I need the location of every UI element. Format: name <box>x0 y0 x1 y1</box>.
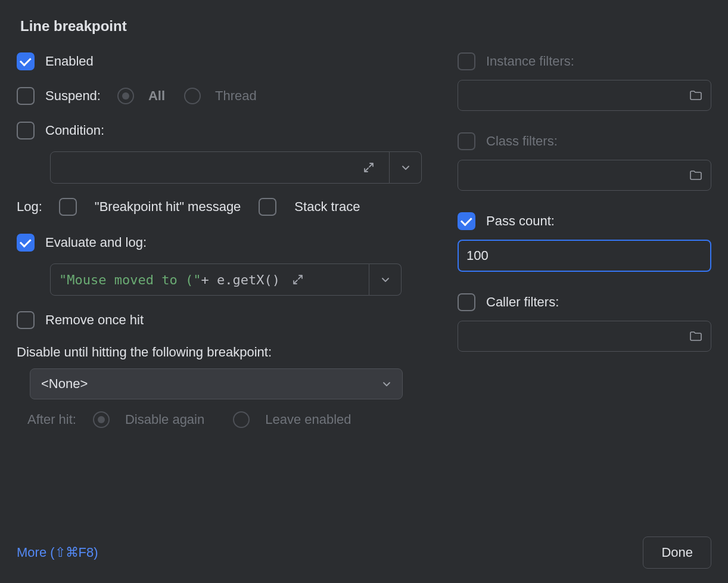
suspend-label: Suspend: <box>45 88 101 104</box>
evaluate-input[interactable]: "Mouse moved to (" + e.getX() <box>50 263 369 296</box>
suspend-checkbox[interactable] <box>17 87 35 105</box>
after-hit-leave-radio <box>233 411 250 428</box>
class-filters-checkbox[interactable] <box>458 132 475 150</box>
disable-until-label: Disable until hitting the following brea… <box>17 345 422 360</box>
dialog-title: Line breakpoint <box>20 18 711 35</box>
evaluate-expr-rest: + e.getX() <box>201 272 279 287</box>
enabled-checkbox[interactable] <box>17 52 35 70</box>
suspend-thread-label: Thread <box>215 88 257 104</box>
disable-until-value: <None> <box>41 376 88 392</box>
after-hit-label: After hit: <box>27 412 76 427</box>
folder-icon[interactable] <box>689 89 702 102</box>
evaluate-checkbox[interactable] <box>17 234 35 252</box>
instance-filters-label: Instance filters: <box>486 54 574 69</box>
instance-filters-checkbox[interactable] <box>458 52 475 70</box>
evaluate-expr-string: "Mouse moved to (" <box>59 272 201 287</box>
expand-icon[interactable] <box>357 156 381 179</box>
suspend-thread-radio <box>184 88 201 104</box>
after-hit-leave-label: Leave enabled <box>265 412 351 427</box>
remove-once-label: Remove once hit <box>45 312 144 328</box>
remove-once-checkbox[interactable] <box>17 311 35 329</box>
condition-input[interactable] <box>50 151 390 184</box>
enabled-label: Enabled <box>45 54 94 69</box>
log-label: Log: <box>17 199 42 215</box>
log-bp-hit-label: "Breakpoint hit" message <box>95 199 241 215</box>
evaluate-history-dropdown[interactable] <box>369 263 402 296</box>
more-link[interactable]: More (⇧⌘F8) <box>17 545 98 560</box>
done-button[interactable]: Done <box>643 537 711 569</box>
disable-until-select[interactable]: <None> <box>30 368 403 399</box>
folder-icon[interactable] <box>689 330 702 343</box>
log-stack-label: Stack trace <box>294 199 360 215</box>
folder-icon[interactable] <box>689 169 702 182</box>
caller-filters-label: Caller filters: <box>486 294 559 310</box>
condition-label: Condition: <box>45 123 104 138</box>
caller-filters-input[interactable] <box>458 321 711 352</box>
pass-count-checkbox[interactable] <box>458 212 475 230</box>
instance-filters-input[interactable] <box>458 80 711 111</box>
log-stack-checkbox[interactable] <box>259 198 276 216</box>
pass-count-label: Pass count: <box>486 213 555 229</box>
evaluate-label: Evaluate and log: <box>45 235 147 250</box>
suspend-all-radio <box>117 88 134 104</box>
suspend-all-label: All <box>148 88 165 104</box>
after-hit-disable-label: Disable again <box>125 412 204 427</box>
after-hit-disable-radio <box>93 411 110 428</box>
condition-checkbox[interactable] <box>17 122 35 139</box>
pass-count-value: 100 <box>466 248 489 263</box>
condition-history-dropdown[interactable] <box>390 151 422 184</box>
chevron-down-icon <box>382 379 391 389</box>
caller-filters-checkbox[interactable] <box>458 293 475 311</box>
class-filters-input[interactable] <box>458 160 711 191</box>
expand-icon[interactable] <box>286 268 310 292</box>
pass-count-input[interactable]: 100 <box>458 240 711 272</box>
log-bp-hit-checkbox[interactable] <box>59 198 77 216</box>
class-filters-label: Class filters: <box>486 134 558 149</box>
